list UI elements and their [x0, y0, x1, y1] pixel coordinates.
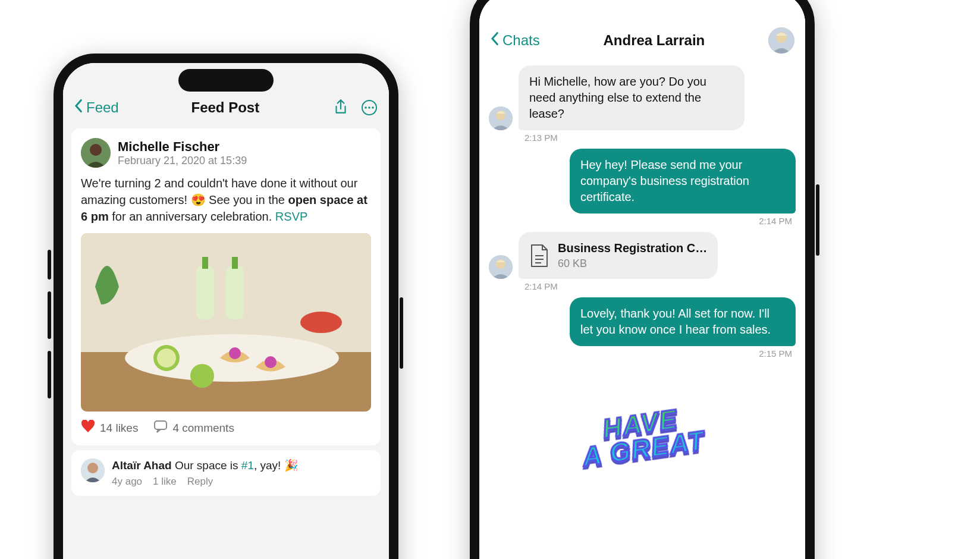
file-bubble[interactable]: Business Registration C… 60 KB	[519, 232, 718, 279]
svg-point-5	[90, 144, 102, 156]
heart-icon	[81, 420, 95, 436]
post-author[interactable]: Michelle Fischer	[118, 139, 247, 155]
document-icon	[529, 244, 549, 268]
nav-actions	[332, 99, 378, 117]
back-button[interactable]: Feed	[74, 99, 119, 117]
comment-text: , yay!	[254, 459, 284, 472]
svg-point-2	[368, 106, 370, 109]
page-title: Feed Post	[119, 99, 332, 116]
comments-button[interactable]: 4 comments	[153, 420, 234, 436]
sticker-text: HAVE A GREAT	[578, 403, 707, 469]
svg-point-13	[265, 356, 277, 368]
sender-avatar[interactable]	[489, 106, 513, 130]
timestamp: 2:13 PM	[524, 133, 796, 143]
post-header: Michelle Fischer February 21, 2020 at 15…	[81, 138, 371, 168]
likes-button[interactable]: 14 likes	[81, 420, 138, 436]
chevron-left-icon	[74, 99, 83, 117]
timestamp: 2:14 PM	[489, 216, 792, 226]
file-name: Business Registration C…	[558, 240, 707, 256]
dynamic-island	[178, 69, 274, 92]
svg-rect-17	[226, 266, 244, 319]
svg-point-12	[229, 347, 241, 359]
share-icon[interactable]	[332, 99, 350, 117]
screen-feed: Feed Feed Post Michelle Fischer Februar	[63, 63, 389, 559]
svg-point-14	[300, 312, 342, 333]
heart-eyes-emoji: 😍	[191, 193, 206, 206]
svg-rect-18	[232, 257, 238, 269]
side-button	[400, 297, 403, 369]
post-image[interactable]	[81, 233, 371, 412]
post-card: Michelle Fischer February 21, 2020 at 15…	[71, 128, 381, 445]
side-button	[48, 351, 51, 398]
comment-time: 4y ago	[112, 476, 142, 488]
svg-rect-19	[155, 421, 167, 429]
chat-body: Hi Michelle, how are you? Do you need an…	[479, 65, 805, 501]
timestamp: 2:15 PM	[489, 348, 792, 359]
likes-count: 14 likes	[100, 422, 138, 435]
reply-button[interactable]: Reply	[187, 476, 213, 488]
side-button	[48, 291, 51, 339]
comments-count: 4 comments	[172, 422, 234, 435]
phone-chat: Chats Andrea Larrain Hi Michelle, how ar…	[470, 0, 815, 559]
svg-point-21	[87, 463, 98, 473]
screen-chat: Chats Andrea Larrain Hi Michelle, how ar…	[479, 0, 805, 559]
commenter-name[interactable]: Altaïr Ahad	[112, 459, 172, 472]
svg-rect-15	[196, 266, 214, 319]
contact-avatar[interactable]	[768, 27, 794, 54]
side-button	[48, 250, 51, 280]
bubble: Hey hey! Please send me your company's b…	[570, 149, 796, 213]
rsvp-link[interactable]: RSVP	[275, 210, 307, 223]
author-avatar[interactable]	[81, 138, 111, 168]
post-body: We're turning 2 and couldn't have done i…	[81, 175, 371, 225]
svg-rect-16	[202, 257, 208, 269]
party-emoji: 🎉	[284, 459, 299, 472]
sender-avatar[interactable]	[489, 255, 513, 279]
post-text: See you in the	[206, 193, 288, 206]
svg-point-10	[157, 348, 176, 368]
side-button	[816, 184, 819, 256]
message-in[interactable]: Hi Michelle, how are you? Do you need an…	[489, 65, 796, 130]
svg-point-11	[190, 364, 214, 388]
phone-feed: Feed Feed Post Michelle Fischer Februar	[54, 54, 398, 559]
post-timestamp: February 21, 2020 at 15:39	[118, 155, 247, 167]
chevron-left-icon	[490, 32, 499, 49]
chat-title: Andrea Larrain	[540, 32, 768, 49]
sticker-have-a-great-day[interactable]: HAVE A GREAT	[489, 370, 796, 501]
comment-text: Our space is	[172, 459, 241, 472]
timestamp: 2:14 PM	[524, 281, 796, 291]
bubble: Lovely, thank you! All set for now. I'll…	[570, 297, 796, 346]
commenter-avatar[interactable]	[81, 458, 105, 482]
more-icon[interactable]	[360, 99, 378, 117]
comment-meta: 4y ago 1 like Reply	[112, 476, 371, 488]
back-label: Feed	[86, 99, 119, 116]
comment-likes[interactable]: 1 like	[153, 476, 177, 488]
post-text: for an anniversary celebration.	[109, 210, 275, 223]
svg-point-1	[365, 106, 367, 109]
post-actions: 14 likes 4 comments	[81, 420, 371, 436]
comment-card: Altaïr Ahad Our space is #1, yay! 🎉 4y a…	[71, 450, 381, 496]
back-button[interactable]: Chats	[490, 32, 540, 49]
file-size: 60 KB	[558, 256, 707, 271]
comment-body: Altaïr Ahad Our space is #1, yay! 🎉	[112, 458, 371, 472]
svg-point-3	[372, 106, 374, 109]
nav-bar: Chats Andrea Larrain	[479, 0, 805, 61]
hashtag-link[interactable]: #1	[241, 459, 254, 472]
comment-icon	[153, 420, 168, 436]
message-out[interactable]: Lovely, thank you! All set for now. I'll…	[489, 297, 796, 346]
bubble: Hi Michelle, how are you? Do you need an…	[519, 65, 745, 130]
message-out[interactable]: Hey hey! Please send me your company's b…	[489, 149, 796, 213]
message-in-file[interactable]: Business Registration C… 60 KB	[489, 232, 796, 279]
back-label: Chats	[502, 32, 540, 49]
